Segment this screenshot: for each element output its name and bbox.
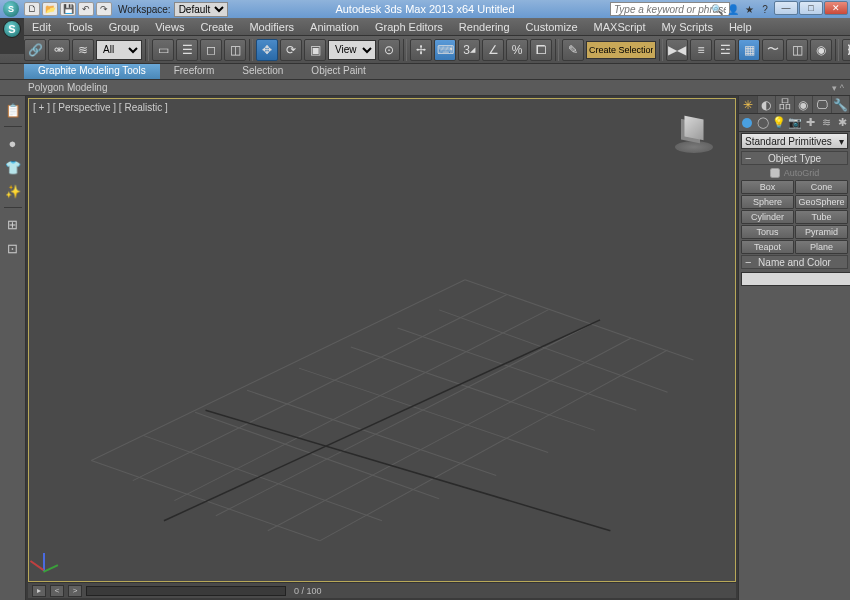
help-icon[interactable]: ? bbox=[758, 2, 772, 16]
menu-maxscript[interactable]: MAXScript bbox=[586, 19, 654, 35]
timeline-expand-icon[interactable]: ▸ bbox=[32, 585, 46, 597]
unlink-icon[interactable]: ⚮ bbox=[48, 39, 70, 61]
select-by-name-icon[interactable]: ☰ bbox=[176, 39, 198, 61]
primitive-cylinder[interactable]: Cylinder bbox=[741, 210, 794, 224]
object-name-input[interactable] bbox=[741, 272, 850, 286]
helpers-category-icon[interactable]: ✚ bbox=[802, 114, 818, 131]
keyboard-shortcut-icon[interactable]: ⌨ bbox=[434, 39, 456, 61]
motion-panel-tab[interactable]: ◉ bbox=[795, 96, 814, 113]
menu-myscripts[interactable]: My Scripts bbox=[654, 19, 721, 35]
lights-category-icon[interactable]: 💡 bbox=[771, 114, 787, 131]
brush-tool-icon[interactable]: ✨ bbox=[3, 181, 23, 201]
select-rotate-icon[interactable]: ⟳ bbox=[280, 39, 302, 61]
primitive-pyramid[interactable]: Pyramid bbox=[795, 225, 848, 239]
viewcube[interactable] bbox=[673, 113, 715, 155]
rollout-object-type[interactable]: −Object Type bbox=[741, 151, 848, 165]
menu-group[interactable]: Group bbox=[101, 19, 148, 35]
spacewarps-category-icon[interactable]: ≋ bbox=[818, 114, 834, 131]
tab-selection[interactable]: Selection bbox=[228, 64, 297, 79]
modify-panel-tab[interactable]: ◐ bbox=[758, 96, 777, 113]
primitive-geosphere[interactable]: GeoSphere bbox=[795, 195, 848, 209]
cameras-category-icon[interactable]: 📷 bbox=[787, 114, 803, 131]
named-selection-input[interactable] bbox=[586, 41, 656, 59]
menu-modifiers[interactable]: Modifiers bbox=[241, 19, 302, 35]
close-button[interactable]: ✕ bbox=[824, 1, 848, 15]
systems-category-icon[interactable]: ✱ bbox=[834, 114, 850, 131]
hierarchy-panel-tab[interactable]: 品 bbox=[776, 96, 795, 113]
link-icon[interactable]: 🔗 bbox=[24, 39, 46, 61]
select-object-icon[interactable]: ▭ bbox=[152, 39, 174, 61]
ribbon-collapse-icon[interactable]: ▾ ^ bbox=[832, 83, 844, 93]
snap-tool-icon[interactable]: ⊡ bbox=[3, 238, 23, 258]
menu-graph-editors[interactable]: Graph Editors bbox=[367, 19, 451, 35]
redo-icon[interactable]: ↷ bbox=[96, 2, 112, 16]
geometry-category-icon[interactable] bbox=[739, 114, 755, 131]
layers-icon[interactable]: ☲ bbox=[714, 39, 736, 61]
primitive-tube[interactable]: Tube bbox=[795, 210, 848, 224]
new-file-icon[interactable]: 🗋 bbox=[24, 2, 40, 16]
reference-coord-select[interactable]: View bbox=[328, 40, 376, 60]
rect-region-icon[interactable]: ◻ bbox=[200, 39, 222, 61]
time-track[interactable] bbox=[86, 586, 286, 596]
save-file-icon[interactable]: 💾 bbox=[60, 2, 76, 16]
rollout-name-color[interactable]: −Name and Color bbox=[741, 255, 848, 269]
menu-views[interactable]: Views bbox=[147, 19, 192, 35]
graphite-toggle-icon[interactable]: ▦ bbox=[738, 39, 760, 61]
menu-rendering[interactable]: Rendering bbox=[451, 19, 518, 35]
menu-customize[interactable]: Customize bbox=[518, 19, 586, 35]
app-logo-icon[interactable]: S bbox=[3, 1, 19, 17]
primitive-category-select[interactable]: Standard Primitives▾ bbox=[741, 133, 848, 149]
angle-snap-icon[interactable]: ∠ bbox=[482, 39, 504, 61]
select-move-icon[interactable]: ✥ bbox=[256, 39, 278, 61]
menu-help[interactable]: Help bbox=[721, 19, 760, 35]
window-crossing-icon[interactable]: ◫ bbox=[224, 39, 246, 61]
undo-icon[interactable]: ↶ bbox=[78, 2, 94, 16]
sphere-tool-icon[interactable]: ● bbox=[3, 133, 23, 153]
tab-graphite[interactable]: Graphite Modeling Tools bbox=[24, 64, 160, 79]
menu-create[interactable]: Create bbox=[192, 19, 241, 35]
manipulate-icon[interactable]: ✢ bbox=[410, 39, 432, 61]
minimize-button[interactable]: — bbox=[774, 1, 798, 15]
material-editor-icon[interactable]: ◉ bbox=[810, 39, 832, 61]
primitive-cone[interactable]: Cone bbox=[795, 180, 848, 194]
open-file-icon[interactable]: 📂 bbox=[42, 2, 58, 16]
signin-icon[interactable]: 👤 bbox=[726, 2, 740, 16]
shirt-tool-icon[interactable]: 👕 bbox=[3, 157, 23, 177]
search-icon[interactable]: 🔍 bbox=[710, 2, 724, 16]
create-panel-tab[interactable]: ✳ bbox=[739, 96, 758, 113]
edit-named-sel-icon[interactable]: ✎ bbox=[562, 39, 584, 61]
array-tool-icon[interactable]: ⊞ bbox=[3, 214, 23, 234]
display-panel-tab[interactable]: 🖵 bbox=[813, 96, 832, 113]
perspective-viewport[interactable]: [ + ] [ Perspective ] [ Realistic ] bbox=[28, 98, 736, 582]
spinner-snap-icon[interactable]: ⧠ bbox=[530, 39, 552, 61]
maximize-button[interactable]: □ bbox=[799, 1, 823, 15]
curve-editor-icon[interactable]: 〜 bbox=[762, 39, 784, 61]
next-frame-icon[interactable]: > bbox=[68, 585, 82, 597]
pivot-center-icon[interactable]: ⊙ bbox=[378, 39, 400, 61]
snap-toggle-icon[interactable]: 3◢ bbox=[458, 39, 480, 61]
ribbon-polygon-modeling[interactable]: Polygon Modeling bbox=[28, 82, 108, 93]
primitive-box[interactable]: Box bbox=[741, 180, 794, 194]
primitive-torus[interactable]: Torus bbox=[741, 225, 794, 239]
menu-edit[interactable]: Edit bbox=[24, 19, 59, 35]
select-scale-icon[interactable]: ▣ bbox=[304, 39, 326, 61]
prev-frame-icon[interactable]: < bbox=[50, 585, 64, 597]
mirror-icon[interactable]: ▶◀ bbox=[666, 39, 688, 61]
menu-tools[interactable]: Tools bbox=[59, 19, 101, 35]
clipboard-icon[interactable]: 📋 bbox=[3, 100, 23, 120]
selection-filter-select[interactable]: All bbox=[96, 40, 142, 60]
render-setup-icon[interactable]: 🖼 bbox=[842, 39, 850, 61]
primitive-sphere[interactable]: Sphere bbox=[741, 195, 794, 209]
primitive-teapot[interactable]: Teapot bbox=[741, 240, 794, 254]
tab-object-paint[interactable]: Object Paint bbox=[297, 64, 379, 79]
primitive-plane[interactable]: Plane bbox=[795, 240, 848, 254]
align-icon[interactable]: ≡ bbox=[690, 39, 712, 61]
tab-freeform[interactable]: Freeform bbox=[160, 64, 229, 79]
bind-space-warp-icon[interactable]: ≋ bbox=[72, 39, 94, 61]
product-logo[interactable]: S bbox=[0, 18, 24, 54]
favorite-icon[interactable]: ★ bbox=[742, 2, 756, 16]
menu-animation[interactable]: Animation bbox=[302, 19, 367, 35]
percent-snap-icon[interactable]: % bbox=[506, 39, 528, 61]
schematic-view-icon[interactable]: ◫ bbox=[786, 39, 808, 61]
shapes-category-icon[interactable]: ◯ bbox=[755, 114, 771, 131]
